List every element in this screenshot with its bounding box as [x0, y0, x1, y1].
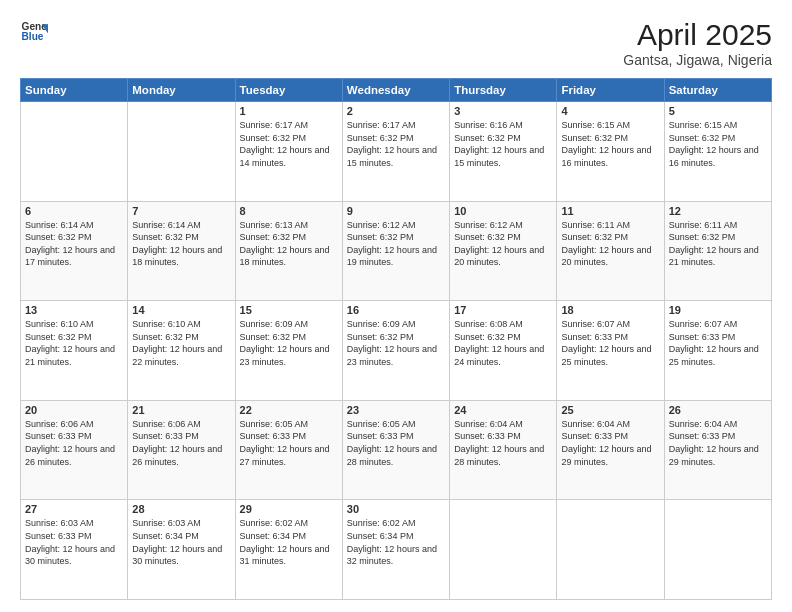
calendar-cell: 4Sunrise: 6:15 AM Sunset: 6:32 PM Daylig… — [557, 102, 664, 202]
day-number: 2 — [347, 105, 445, 117]
day-detail: Sunrise: 6:13 AM Sunset: 6:32 PM Dayligh… — [240, 219, 338, 269]
calendar-cell — [128, 102, 235, 202]
day-detail: Sunrise: 6:07 AM Sunset: 6:33 PM Dayligh… — [561, 318, 659, 368]
day-detail: Sunrise: 6:09 AM Sunset: 6:32 PM Dayligh… — [240, 318, 338, 368]
day-number: 15 — [240, 304, 338, 316]
calendar-cell: 6Sunrise: 6:14 AM Sunset: 6:32 PM Daylig… — [21, 201, 128, 301]
day-number: 30 — [347, 503, 445, 515]
header-day-thursday: Thursday — [450, 79, 557, 102]
calendar-cell: 23Sunrise: 6:05 AM Sunset: 6:33 PM Dayli… — [342, 400, 449, 500]
day-detail: Sunrise: 6:12 AM Sunset: 6:32 PM Dayligh… — [454, 219, 552, 269]
day-number: 23 — [347, 404, 445, 416]
calendar-cell — [450, 500, 557, 600]
day-detail: Sunrise: 6:06 AM Sunset: 6:33 PM Dayligh… — [132, 418, 230, 468]
day-number: 22 — [240, 404, 338, 416]
day-number: 3 — [454, 105, 552, 117]
header: General Blue April 2025 Gantsa, Jigawa, … — [20, 18, 772, 68]
calendar-cell: 15Sunrise: 6:09 AM Sunset: 6:32 PM Dayli… — [235, 301, 342, 401]
calendar-cell: 30Sunrise: 6:02 AM Sunset: 6:34 PM Dayli… — [342, 500, 449, 600]
day-number: 24 — [454, 404, 552, 416]
day-number: 4 — [561, 105, 659, 117]
calendar-table: SundayMondayTuesdayWednesdayThursdayFrid… — [20, 78, 772, 600]
calendar-week-row: 13Sunrise: 6:10 AM Sunset: 6:32 PM Dayli… — [21, 301, 772, 401]
calendar-cell: 12Sunrise: 6:11 AM Sunset: 6:32 PM Dayli… — [664, 201, 771, 301]
calendar-cell — [664, 500, 771, 600]
day-detail: Sunrise: 6:07 AM Sunset: 6:33 PM Dayligh… — [669, 318, 767, 368]
day-number: 25 — [561, 404, 659, 416]
day-detail: Sunrise: 6:08 AM Sunset: 6:32 PM Dayligh… — [454, 318, 552, 368]
day-detail: Sunrise: 6:10 AM Sunset: 6:32 PM Dayligh… — [25, 318, 123, 368]
calendar-cell: 25Sunrise: 6:04 AM Sunset: 6:33 PM Dayli… — [557, 400, 664, 500]
day-number: 5 — [669, 105, 767, 117]
calendar-cell: 18Sunrise: 6:07 AM Sunset: 6:33 PM Dayli… — [557, 301, 664, 401]
day-detail: Sunrise: 6:17 AM Sunset: 6:32 PM Dayligh… — [347, 119, 445, 169]
calendar-week-row: 27Sunrise: 6:03 AM Sunset: 6:33 PM Dayli… — [21, 500, 772, 600]
day-detail: Sunrise: 6:11 AM Sunset: 6:32 PM Dayligh… — [561, 219, 659, 269]
day-number: 11 — [561, 205, 659, 217]
day-number: 16 — [347, 304, 445, 316]
calendar-cell: 20Sunrise: 6:06 AM Sunset: 6:33 PM Dayli… — [21, 400, 128, 500]
header-day-tuesday: Tuesday — [235, 79, 342, 102]
calendar-week-row: 6Sunrise: 6:14 AM Sunset: 6:32 PM Daylig… — [21, 201, 772, 301]
logo-icon: General Blue — [20, 18, 48, 46]
calendar-cell: 9Sunrise: 6:12 AM Sunset: 6:32 PM Daylig… — [342, 201, 449, 301]
calendar-cell: 1Sunrise: 6:17 AM Sunset: 6:32 PM Daylig… — [235, 102, 342, 202]
day-number: 17 — [454, 304, 552, 316]
day-number: 26 — [669, 404, 767, 416]
calendar-cell: 11Sunrise: 6:11 AM Sunset: 6:32 PM Dayli… — [557, 201, 664, 301]
day-detail: Sunrise: 6:10 AM Sunset: 6:32 PM Dayligh… — [132, 318, 230, 368]
day-number: 6 — [25, 205, 123, 217]
day-number: 13 — [25, 304, 123, 316]
day-number: 10 — [454, 205, 552, 217]
day-number: 27 — [25, 503, 123, 515]
day-detail: Sunrise: 6:17 AM Sunset: 6:32 PM Dayligh… — [240, 119, 338, 169]
day-detail: Sunrise: 6:15 AM Sunset: 6:32 PM Dayligh… — [669, 119, 767, 169]
calendar-header-row: SundayMondayTuesdayWednesdayThursdayFrid… — [21, 79, 772, 102]
day-detail: Sunrise: 6:02 AM Sunset: 6:34 PM Dayligh… — [347, 517, 445, 567]
calendar-cell: 16Sunrise: 6:09 AM Sunset: 6:32 PM Dayli… — [342, 301, 449, 401]
day-number: 19 — [669, 304, 767, 316]
calendar-cell: 10Sunrise: 6:12 AM Sunset: 6:32 PM Dayli… — [450, 201, 557, 301]
day-detail: Sunrise: 6:14 AM Sunset: 6:32 PM Dayligh… — [25, 219, 123, 269]
calendar-cell: 19Sunrise: 6:07 AM Sunset: 6:33 PM Dayli… — [664, 301, 771, 401]
calendar-cell: 22Sunrise: 6:05 AM Sunset: 6:33 PM Dayli… — [235, 400, 342, 500]
day-detail: Sunrise: 6:06 AM Sunset: 6:33 PM Dayligh… — [25, 418, 123, 468]
day-number: 18 — [561, 304, 659, 316]
calendar-cell: 29Sunrise: 6:02 AM Sunset: 6:34 PM Dayli… — [235, 500, 342, 600]
day-detail: Sunrise: 6:16 AM Sunset: 6:32 PM Dayligh… — [454, 119, 552, 169]
day-number: 12 — [669, 205, 767, 217]
calendar-cell: 13Sunrise: 6:10 AM Sunset: 6:32 PM Dayli… — [21, 301, 128, 401]
header-day-wednesday: Wednesday — [342, 79, 449, 102]
calendar-cell: 28Sunrise: 6:03 AM Sunset: 6:34 PM Dayli… — [128, 500, 235, 600]
calendar-week-row: 20Sunrise: 6:06 AM Sunset: 6:33 PM Dayli… — [21, 400, 772, 500]
page-subtitle: Gantsa, Jigawa, Nigeria — [623, 52, 772, 68]
day-detail: Sunrise: 6:05 AM Sunset: 6:33 PM Dayligh… — [347, 418, 445, 468]
day-number: 7 — [132, 205, 230, 217]
calendar-cell: 26Sunrise: 6:04 AM Sunset: 6:33 PM Dayli… — [664, 400, 771, 500]
logo: General Blue — [20, 18, 48, 46]
day-detail: Sunrise: 6:03 AM Sunset: 6:34 PM Dayligh… — [132, 517, 230, 567]
page: General Blue April 2025 Gantsa, Jigawa, … — [0, 0, 792, 612]
title-block: April 2025 Gantsa, Jigawa, Nigeria — [623, 18, 772, 68]
header-day-friday: Friday — [557, 79, 664, 102]
day-number: 28 — [132, 503, 230, 515]
calendar-cell — [557, 500, 664, 600]
calendar-week-row: 1Sunrise: 6:17 AM Sunset: 6:32 PM Daylig… — [21, 102, 772, 202]
calendar-cell: 27Sunrise: 6:03 AM Sunset: 6:33 PM Dayli… — [21, 500, 128, 600]
day-detail: Sunrise: 6:09 AM Sunset: 6:32 PM Dayligh… — [347, 318, 445, 368]
calendar-cell — [21, 102, 128, 202]
calendar-cell: 8Sunrise: 6:13 AM Sunset: 6:32 PM Daylig… — [235, 201, 342, 301]
day-number: 1 — [240, 105, 338, 117]
header-day-sunday: Sunday — [21, 79, 128, 102]
page-title: April 2025 — [623, 18, 772, 52]
day-detail: Sunrise: 6:04 AM Sunset: 6:33 PM Dayligh… — [669, 418, 767, 468]
calendar-cell: 14Sunrise: 6:10 AM Sunset: 6:32 PM Dayli… — [128, 301, 235, 401]
day-number: 8 — [240, 205, 338, 217]
header-day-saturday: Saturday — [664, 79, 771, 102]
calendar-cell: 5Sunrise: 6:15 AM Sunset: 6:32 PM Daylig… — [664, 102, 771, 202]
day-detail: Sunrise: 6:12 AM Sunset: 6:32 PM Dayligh… — [347, 219, 445, 269]
calendar-cell: 17Sunrise: 6:08 AM Sunset: 6:32 PM Dayli… — [450, 301, 557, 401]
day-detail: Sunrise: 6:04 AM Sunset: 6:33 PM Dayligh… — [561, 418, 659, 468]
calendar-cell: 7Sunrise: 6:14 AM Sunset: 6:32 PM Daylig… — [128, 201, 235, 301]
header-day-monday: Monday — [128, 79, 235, 102]
